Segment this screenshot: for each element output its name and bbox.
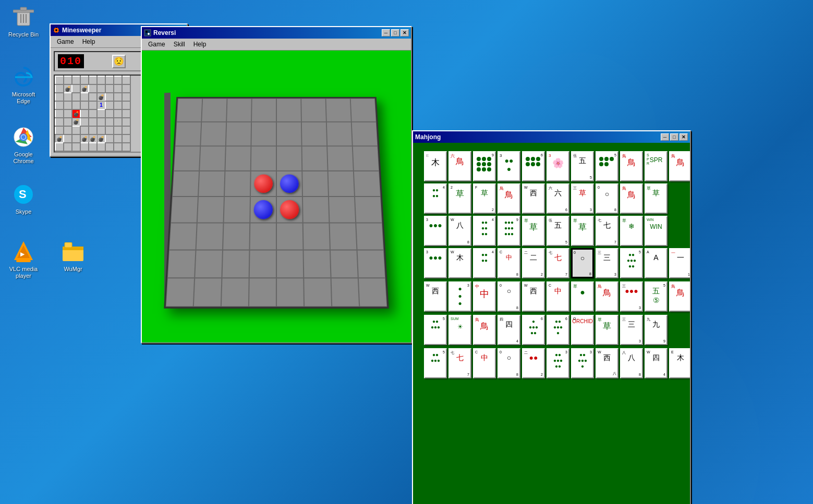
ms-cell[interactable] — [89, 143, 97, 151]
ms-cell[interactable] — [55, 126, 64, 134]
reversi-maximize[interactable]: □ — [391, 29, 399, 36]
rev-cell[interactable] — [302, 171, 329, 196]
mj-tile[interactable]: 鳥 鳥 — [669, 151, 690, 181]
mj-tile[interactable]: 三 草 3 — [571, 183, 594, 214]
mj-tile[interactable]: F 草 2 — [473, 183, 496, 214]
rev-cell[interactable] — [326, 122, 353, 146]
ms-cell[interactable] — [55, 101, 64, 109]
ms-cell[interactable] — [80, 143, 89, 151]
ms-cell[interactable] — [89, 109, 97, 118]
mj-tile[interactable]: 0 ○ 8 — [596, 183, 618, 214]
reversi-close[interactable]: ✕ — [401, 29, 409, 36]
mj-tile[interactable]: ●●●●●● 4 — [473, 216, 496, 246]
ms-cell-mine[interactable]: 💣 — [97, 134, 105, 143]
rev-cell[interactable] — [326, 99, 351, 122]
reversi-grid[interactable] — [164, 97, 389, 309]
mj-tile[interactable]: 二 ●● 2 — [522, 348, 545, 378]
rev-cell[interactable] — [169, 223, 197, 250]
rev-cell[interactable] — [166, 278, 195, 306]
rev-cell[interactable] — [226, 122, 251, 146]
ms-cell[interactable] — [114, 84, 122, 93]
ms-cell[interactable] — [105, 84, 114, 93]
mj-tile[interactable]: 七 七 7 — [596, 216, 618, 246]
mj-tile[interactable]: W 西 — [522, 183, 545, 214]
ms-cell[interactable] — [97, 76, 105, 84]
rev-cell[interactable] — [176, 99, 202, 122]
ms-cell[interactable] — [105, 109, 114, 118]
mj-tile[interactable]: 草 草 — [571, 216, 594, 246]
rev-cell[interactable] — [358, 278, 387, 306]
chrome-icon[interactable]: Google Chrome — [3, 122, 44, 167]
mj-tile[interactable]: 鳥 鳥 — [473, 315, 496, 345]
ms-cell[interactable] — [122, 134, 130, 143]
mj-tile[interactable]: W 四 4 — [645, 348, 668, 378]
ms-cell[interactable] — [72, 93, 80, 101]
rev-cell[interactable] — [167, 250, 196, 278]
ms-cell[interactable] — [105, 93, 114, 101]
rev-cell-with-blue[interactable] — [276, 171, 302, 196]
rev-cell[interactable] — [327, 146, 354, 171]
minesweeper-menu-help[interactable]: Help — [78, 37, 100, 46]
rev-cell[interactable] — [354, 171, 381, 196]
rev-cell[interactable] — [329, 223, 357, 250]
rev-cell[interactable] — [301, 99, 326, 122]
ms-cell[interactable] — [55, 109, 64, 118]
mj-tile[interactable]: 草 ● — [571, 281, 594, 312]
rev-cell[interactable] — [302, 146, 328, 171]
ms-cell[interactable] — [64, 143, 72, 151]
rev-cell[interactable] — [198, 171, 225, 196]
rev-cell[interactable] — [171, 196, 198, 223]
ms-cell[interactable] — [114, 118, 122, 126]
ms-cell-mine[interactable]: 💣 — [64, 84, 72, 93]
rev-cell-with-red2[interactable] — [276, 196, 303, 223]
mj-tile[interactable]: 草 草 — [645, 183, 668, 214]
reversi-menu-help[interactable]: Help — [189, 40, 211, 49]
rev-cell[interactable] — [250, 223, 276, 250]
rev-cell[interactable] — [353, 146, 379, 171]
rev-cell[interactable] — [196, 223, 224, 250]
mj-tile[interactable]: W 西 — [424, 281, 447, 312]
ms-cell[interactable] — [122, 109, 130, 118]
mj-tile[interactable]: 草 草 — [522, 216, 545, 246]
mj-tile[interactable]: 七 七 7 — [547, 248, 569, 278]
mj-tile[interactable]: 鳥 鳥 — [620, 183, 643, 214]
ms-cell[interactable] — [122, 143, 130, 151]
ms-cell[interactable] — [122, 118, 130, 126]
rev-cell[interactable] — [276, 278, 304, 306]
mj-tile[interactable]: ●●●●●●● 3 — [547, 348, 569, 378]
ms-cell[interactable] — [64, 101, 72, 109]
rev-cell[interactable] — [351, 122, 378, 146]
reversi-minimize[interactable]: ─ — [382, 29, 390, 36]
rev-cell[interactable] — [303, 223, 330, 250]
rev-cell[interactable] — [249, 278, 276, 306]
mahjong-minimize[interactable]: ─ — [661, 133, 669, 141]
ms-cell[interactable] — [89, 84, 97, 93]
mj-tile[interactable]: 0 ○ 8 — [497, 348, 520, 378]
ms-cell[interactable] — [64, 93, 72, 101]
mj-tile[interactable]: 三 三 3 — [596, 248, 618, 278]
mj-tile[interactable]: 草 ❄ — [620, 216, 643, 246]
mahjong-maximize[interactable]: □ — [670, 133, 678, 141]
mj-tile[interactable]: S P R SPR — [645, 151, 668, 181]
rev-cell[interactable] — [356, 223, 384, 250]
mj-tile[interactable]: 鳥 鳥 — [596, 281, 618, 312]
recycle-bin-icon[interactable]: Recycle Bin — [3, 3, 44, 40]
ms-cell[interactable] — [64, 118, 72, 126]
ms-cell-num[interactable]: 1 — [97, 101, 105, 109]
rev-cell[interactable] — [223, 223, 250, 250]
mj-tile[interactable]: 3 ●●● — [497, 151, 520, 181]
ms-cell[interactable] — [72, 143, 80, 151]
mj-tile[interactable]: A A — [645, 248, 668, 278]
ms-cell[interactable] — [55, 84, 64, 93]
ms-cell[interactable] — [55, 118, 64, 126]
mj-tile[interactable]: 中 中 — [473, 281, 496, 312]
rev-cell[interactable] — [276, 250, 304, 278]
mj-tile[interactable]: W 西 — [522, 281, 545, 312]
rev-cell[interactable] — [197, 196, 224, 223]
ms-cell[interactable] — [72, 84, 80, 93]
rev-cell[interactable] — [199, 146, 226, 171]
vlc-icon[interactable]: ▶ VLC media player — [3, 237, 44, 281]
rev-cell[interactable] — [172, 171, 199, 196]
mj-tile[interactable]: ●●●●●●● 5 — [620, 248, 643, 278]
rev-cell[interactable] — [251, 146, 276, 171]
